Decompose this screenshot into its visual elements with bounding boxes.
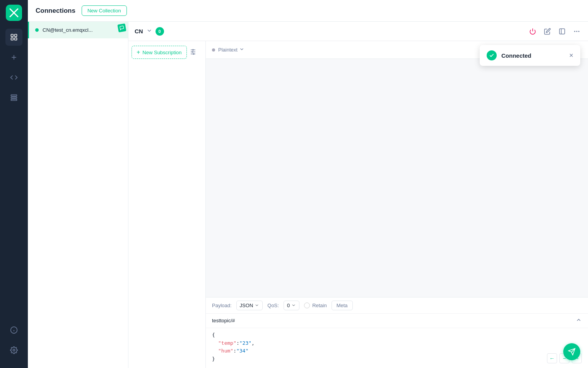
connection-badge	[117, 23, 126, 32]
payload-label: Payload:	[212, 303, 232, 308]
message-count-badge: 0	[156, 27, 164, 36]
sidebar-item-code[interactable]	[5, 69, 22, 86]
publisher: Payload: JSON QoS: 0	[206, 297, 588, 368]
new-window-button[interactable]	[557, 26, 567, 36]
svg-point-17	[576, 31, 578, 32]
sidebar-item-settings[interactable]	[5, 342, 22, 359]
content-row: + New Subscription	[128, 41, 588, 368]
payload-brace-open: {	[212, 331, 582, 339]
meta-button[interactable]: Meta	[332, 301, 353, 310]
cn-label: CN	[135, 28, 143, 34]
svg-rect-3	[15, 38, 17, 40]
toast-close-button[interactable]: ×	[569, 52, 573, 59]
messages-empty-area	[206, 59, 588, 297]
connection-item[interactable]: CN@test_cn.emqxcl...	[28, 22, 128, 38]
more-button[interactable]	[572, 26, 582, 36]
svg-point-27	[193, 53, 194, 55]
connection-header-right	[528, 26, 582, 36]
content-area: CN@test_cn.emqxcl... CN	[28, 22, 588, 368]
plaintext-chevron-icon[interactable]	[239, 46, 244, 53]
payload-brace-close: }	[212, 355, 582, 363]
svg-rect-2	[11, 38, 14, 40]
svg-rect-1	[15, 34, 17, 37]
connection-status-dot	[35, 28, 39, 32]
sidebar-item-data[interactable]	[5, 89, 22, 106]
qos-label: QoS:	[267, 303, 279, 308]
sidebar-nav	[5, 29, 22, 322]
payload-type-select[interactable]: JSON	[236, 301, 263, 310]
main-area: Connections New Collection CN@test_cn.em…	[28, 0, 588, 368]
connection-name: CN@test_cn.emqxcl...	[43, 27, 93, 33]
retain-box-icon	[304, 303, 310, 308]
qos-select[interactable]: 0	[284, 301, 299, 310]
new-collection-button[interactable]: New Collection	[82, 5, 127, 16]
sidebar-item-add[interactable]	[5, 49, 22, 66]
svg-rect-14	[559, 29, 565, 34]
payload-prev-prev-button[interactable]: ←	[547, 353, 557, 363]
message-area: Plaintext Payload:	[206, 41, 588, 368]
svg-rect-6	[11, 95, 17, 96]
connection-header: CN 0	[128, 22, 588, 41]
svg-point-18	[578, 31, 579, 32]
sidebar-bottom	[5, 322, 22, 359]
payload-line2: "temp":"23",	[212, 339, 582, 347]
app-logo[interactable]	[6, 5, 22, 21]
svg-point-16	[574, 31, 575, 32]
retain-checkbox[interactable]: Retain	[304, 303, 327, 308]
page-title: Connections	[36, 7, 75, 15]
toast-text: Connected	[501, 52, 564, 59]
svg-point-25	[192, 49, 193, 50]
connected-toast: Connected ×	[480, 45, 580, 66]
sidebar-item-info[interactable]	[5, 322, 22, 339]
sidebar	[0, 0, 28, 368]
topic-input[interactable]	[212, 318, 576, 323]
plus-icon: +	[137, 49, 140, 56]
toast-check-icon	[487, 50, 497, 60]
chevron-down-icon[interactable]	[146, 28, 152, 35]
right-panel: CN 0	[128, 22, 588, 368]
svg-point-26	[192, 51, 193, 52]
disconnect-button[interactable]	[528, 26, 538, 36]
svg-rect-0	[11, 34, 14, 37]
send-button[interactable]	[563, 343, 580, 360]
plaintext-label: Plaintext	[218, 47, 238, 53]
connections-list: CN@test_cn.emqxcl...	[28, 22, 128, 368]
payload-line3: "hum":"34"	[212, 347, 582, 355]
new-subscription-button[interactable]: + New Subscription	[132, 46, 187, 59]
sidebar-item-connections[interactable]	[5, 29, 22, 46]
svg-rect-8	[11, 99, 17, 100]
connection-header-left: CN 0	[135, 27, 164, 36]
publisher-topic-row	[206, 314, 588, 328]
publisher-toolbar: Payload: JSON QoS: 0	[206, 297, 588, 314]
edit-button[interactable]	[542, 26, 552, 36]
svg-rect-7	[11, 97, 17, 98]
top-header: Connections New Collection	[28, 0, 588, 22]
subscriptions-panel: + New Subscription	[128, 41, 206, 368]
collapse-icon[interactable]	[576, 317, 582, 325]
plaintext-status-dot	[212, 48, 215, 52]
svg-point-12	[13, 349, 15, 351]
publisher-payload[interactable]: { "temp":"23", "hum":"34" } ← −	[206, 328, 588, 368]
filter-button[interactable]	[188, 47, 198, 58]
